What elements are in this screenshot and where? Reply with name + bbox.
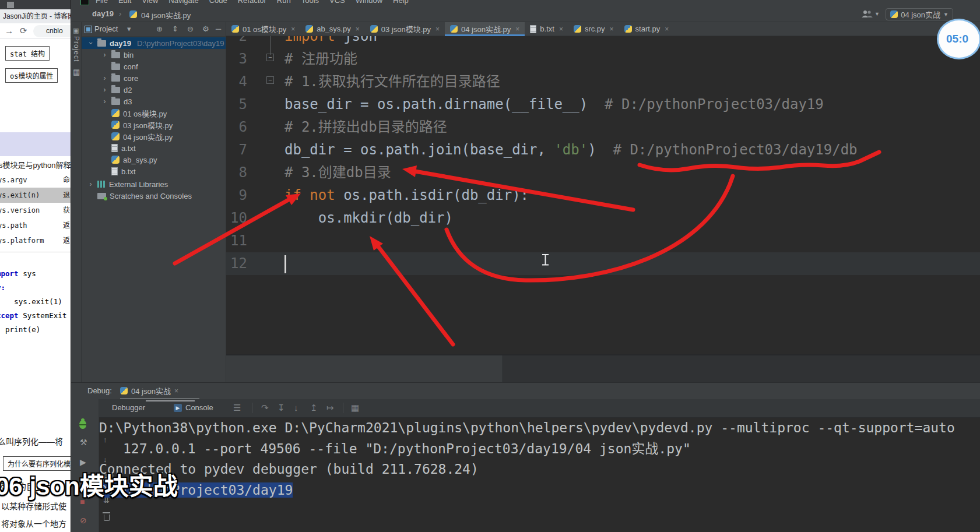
close-icon[interactable]: × [610,25,614,33]
chevron-right-icon[interactable]: › [87,180,94,188]
forward-icon[interactable]: → [5,26,13,36]
console-line: Connected to pydev debugger (build 211.7… [99,459,980,480]
menu-window[interactable]: Window [356,0,382,5]
chevron-right-icon[interactable]: › [101,74,108,82]
editor-tab[interactable]: 03 json模块.py× [365,22,445,36]
close-icon[interactable]: × [665,25,669,33]
tree-item-day19[interactable]: › day19 D:\pythonProject03\day19 [82,37,226,49]
resume-program-icon[interactable]: ▶ [80,457,86,467]
close-icon[interactable]: × [515,25,519,33]
collaborators-button[interactable]: ▼ [862,10,880,18]
menu-bar: File Edit View Navigate Code Refactor Ru… [71,0,980,7]
tab-console[interactable]: ▶Console [174,403,213,412]
editor-tab-active[interactable]: 04 json实战.py× [445,22,525,36]
settings-icon[interactable]: ⚙ [202,24,209,33]
show-execution-point-icon[interactable]: ↷ [261,403,269,413]
chevron-right-icon[interactable]: › [101,86,108,94]
close-icon[interactable]: × [559,25,563,33]
folder-icon[interactable]: ▦ [73,68,80,76]
code-line: 9if not os.path.isdir(db_dir): [226,184,980,207]
table-row: ys.exit(n)退 [0,188,71,203]
tree-item-d3[interactable]: ›d3 [82,96,226,107]
tree-item-external-libraries[interactable]: ›External Libraries [82,178,226,190]
code-line: 6# 2.拼接出db目录的路径 [226,116,980,139]
chevron-right-icon[interactable]: › [101,97,108,105]
tree-item-label: d2 [124,86,132,94]
line-number: 5 [226,93,247,116]
chevron-right-icon[interactable]: › [101,51,108,59]
editor-tab[interactable]: src.py× [568,22,619,36]
console-line: D:/pythonProject03/day19 [99,480,980,501]
tool-strip-project-label[interactable]: Project [72,36,80,62]
breadcrumb-file[interactable]: 04 json实战.py [141,9,191,20]
run-to-cursor-icon[interactable]: ↦ [326,403,334,413]
debug-session-tab[interactable]: 04 json实战 × [120,385,178,396]
tree-item-core[interactable]: ›core [82,72,226,84]
collapse-all-icon[interactable]: ⊖ [187,24,194,33]
close-icon[interactable]: × [291,25,295,33]
tree-item-a-txt[interactable]: ›a.txt [82,142,226,154]
editor-tab[interactable]: start.py× [619,22,675,36]
step-over-icon[interactable]: ↧ [278,403,285,413]
project-panel-title[interactable]: Project [94,24,118,33]
tree-item-scratches[interactable]: ›Scratches and Consoles [82,190,226,202]
app-icon [80,0,89,5]
screen: { "browser": { "tab_title": "JasonJi的主页 … [0,0,980,532]
chevron-expanded-icon[interactable]: › [87,40,95,47]
address-bar[interactable]: cnblo [33,25,71,37]
editor-tab[interactable]: 01 os模块.py× [226,22,300,36]
breadcrumb-project[interactable]: day19 [92,9,114,18]
text-file-icon [530,25,536,33]
scratches-icon [97,193,106,199]
chevron-down-icon[interactable]: ▾ [127,24,131,33]
close-icon[interactable]: × [174,387,178,395]
step-into-icon[interactable]: ↓ [294,403,298,413]
tree-item-b-txt[interactable]: ›b.txt [82,165,226,177]
wrench-settings-icon[interactable]: ⚒ [80,438,87,447]
run-configuration-selector[interactable]: 04 json实战 ▼ [886,8,953,20]
line-number: 8 [226,161,247,184]
tree-item-03-json-module[interactable]: ›03 json模块.py [82,119,226,131]
tree-item-bin[interactable]: ›bin [82,49,226,61]
sys-module-heading: s模块是与python解释器 [0,159,71,170]
tree-item-label: conf [124,62,138,71]
menu-edit[interactable]: Edit [118,0,131,5]
hide-panel-icon[interactable]: ─ [216,24,221,33]
menu-refactor[interactable]: Refactor [238,0,266,5]
fold-marker-icon[interactable]: − [266,54,274,61]
fold-marker-icon[interactable]: − [266,76,274,84]
debug-console-output[interactable]: D:\Python38\python.exe D:\PyCharm2021\pl… [99,418,980,516]
editor-tab[interactable]: ab_sys.py× [300,22,365,36]
browser-window-icon [7,2,14,8]
menu-vcs[interactable]: VCS [329,0,345,5]
project-tool-icon[interactable]: ▣ [73,27,79,34]
code-editor[interactable]: 2import json3# 注册功能4# 1.获取执行文件所在的目录路径5ba… [226,36,980,354]
tree-item-01-os-module[interactable]: ›01 os模块.py [82,107,226,119]
locate-file-icon[interactable]: ⊕ [156,24,163,33]
tab-debugger[interactable]: Debugger [112,403,145,412]
close-icon[interactable]: × [435,25,440,33]
editor-tab[interactable]: b.txt× [525,22,568,36]
reload-icon[interactable]: ⟳ [20,26,27,36]
menu-help[interactable]: Help [393,0,409,5]
tree-item-d2[interactable]: ›d2 [82,84,226,96]
menu-file[interactable]: File [96,0,108,5]
step-out-icon[interactable]: ↥ [310,403,318,413]
menu-navigate[interactable]: Navigate [168,0,198,5]
browser-tab[interactable]: JasonJi的主页 - 博客园 [0,9,71,23]
close-icon[interactable]: × [356,25,360,33]
mute-breakpoints-icon[interactable]: ⊘ [80,516,87,525]
menu-code[interactable]: Code [209,0,227,5]
tree-item-conf[interactable]: ›conf [82,61,226,72]
menu-tools[interactable]: Tools [301,0,319,5]
tree-item-ab-sys[interactable]: ›ab_sys.py [82,154,226,165]
expand-collapse-icon[interactable]: ⇕ [172,24,178,33]
panel-strip-right [503,354,980,382]
python-file-icon [624,25,632,33]
menu-view[interactable]: View [142,0,158,5]
more-options-icon[interactable]: ☰ [233,403,241,413]
editor-tab-bar: 01 os模块.py× ab_sys.py× 03 json模块.py× 04 … [226,22,980,36]
evaluate-expression-icon[interactable]: ▦ [351,403,359,413]
tree-item-04-json-shizhan[interactable]: ›04 json实战.py [82,131,226,142]
menu-run[interactable]: Run [277,0,291,5]
